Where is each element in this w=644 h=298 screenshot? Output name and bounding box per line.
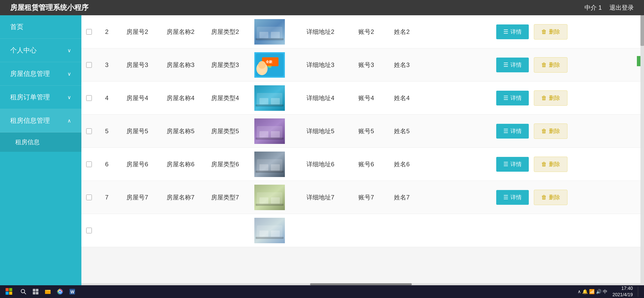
detail-label: 详情 bbox=[510, 28, 522, 36]
row-house-addr: 详细地址3 bbox=[292, 61, 348, 69]
sidebar-sub-item-rental-info[interactable]: 租房信息 bbox=[0, 132, 81, 152]
sidebar-item-home-label: 首页 bbox=[10, 22, 23, 31]
row-house-account: 账号7 bbox=[348, 193, 384, 201]
sidebar-item-house-mgmt[interactable]: 房屋信息管理 ∨ bbox=[0, 62, 81, 86]
detail-button[interactable]: ☰ 详情 bbox=[496, 157, 529, 172]
svg-rect-40 bbox=[9, 292, 12, 295]
svg-rect-31 bbox=[256, 204, 284, 206]
start-button[interactable] bbox=[3, 287, 16, 297]
svg-rect-21 bbox=[256, 138, 284, 140]
row-checkbox-col bbox=[81, 228, 97, 233]
detail-button[interactable]: ☰ 详情 bbox=[496, 24, 529, 39]
delete-button[interactable]: 🗑 删除 bbox=[534, 157, 567, 172]
sidebar-item-personal[interactable]: 个人中心 ∨ bbox=[0, 39, 81, 62]
row-index: 7 bbox=[97, 194, 117, 201]
detail-button[interactable]: ☰ 详情 bbox=[496, 124, 529, 139]
sidebar-item-rental-mgmt[interactable]: 租房信息管理 ∧ bbox=[0, 109, 81, 132]
sidebar-item-order-mgmt[interactable]: 租房订单管理 ∨ bbox=[0, 86, 81, 109]
delete-button[interactable]: 🗑 删除 bbox=[534, 24, 567, 39]
sidebar-item-personal-label: 个人中心 bbox=[10, 46, 37, 55]
row-checkbox[interactable] bbox=[86, 95, 92, 101]
svg-rect-19 bbox=[259, 131, 268, 138]
row-checkbox-col bbox=[81, 161, 97, 167]
row-house-type: 房屋类型3 bbox=[203, 61, 247, 69]
row-house-person: 姓名7 bbox=[384, 193, 420, 201]
logout-button[interactable]: 退出登录 bbox=[609, 4, 634, 12]
scrollbar-thumb[interactable] bbox=[640, 15, 644, 46]
row-checkbox[interactable] bbox=[86, 228, 92, 233]
svg-rect-15 bbox=[271, 98, 280, 104]
file-explorer-icon[interactable] bbox=[43, 287, 53, 297]
row-house-type: 房屋类型5 bbox=[203, 127, 247, 135]
word-icon[interactable]: W bbox=[67, 287, 77, 297]
row-house-name: 房屋名称7 bbox=[158, 193, 203, 201]
row-house-id: 房屋号5 bbox=[117, 127, 158, 135]
detail-button[interactable]: ☰ 详情 bbox=[496, 91, 529, 105]
row-index: 3 bbox=[97, 61, 117, 69]
detail-icon: ☰ bbox=[503, 128, 508, 134]
detail-icon: ☰ bbox=[503, 62, 508, 68]
svg-rect-46 bbox=[36, 292, 38, 294]
row-index: 5 bbox=[97, 128, 117, 135]
row-house-id: 房屋号3 bbox=[117, 61, 158, 69]
row-checkbox[interactable] bbox=[86, 195, 92, 200]
sidebar-item-order-mgmt-label: 租房订单管理 bbox=[10, 93, 50, 102]
table-row: 3 房屋号3 房屋名称3 房屋类型3 全款 爆大钱! 详细地址3 账号3 姓名3… bbox=[81, 48, 644, 82]
detail-label: 详情 bbox=[510, 127, 522, 135]
main-scrollbar[interactable] bbox=[640, 15, 644, 285]
detail-button[interactable]: ☰ 详情 bbox=[496, 190, 529, 205]
delete-label: 删除 bbox=[549, 94, 560, 102]
show-desktop-button[interactable] bbox=[638, 287, 641, 297]
detail-button[interactable]: ☰ 详情 bbox=[496, 58, 529, 72]
row-actions: ☰ 详情 🗑 删除 bbox=[420, 124, 644, 139]
sidebar-item-house-mgmt-label: 房屋信息管理 bbox=[10, 69, 50, 78]
row-checkbox[interactable] bbox=[86, 62, 92, 68]
detail-icon: ☰ bbox=[503, 161, 508, 168]
delete-button[interactable]: 🗑 删除 bbox=[534, 124, 567, 139]
row-house-person: 姓名3 bbox=[384, 61, 420, 69]
detail-icon: ☰ bbox=[503, 95, 508, 101]
svg-rect-38 bbox=[9, 288, 12, 291]
task-view-icon[interactable] bbox=[31, 287, 41, 297]
clock-date: 2021/4/19 bbox=[612, 292, 633, 298]
sidebar: 首页 个人中心 ∨ 房屋信息管理 ∨ 租房订单管理 ∨ 租房信息管理 ∧ 租房信… bbox=[0, 15, 81, 285]
table-row: 2 房屋号2 房屋名称2 房屋类型2 详细地址2 账号2 姓名2 bbox=[81, 15, 644, 48]
row-house-id: 房屋号6 bbox=[117, 160, 158, 168]
sidebar-item-home[interactable]: 首页 bbox=[0, 15, 81, 39]
delete-label: 删除 bbox=[549, 28, 560, 36]
svg-rect-35 bbox=[271, 231, 280, 237]
clock-time: 17:40 bbox=[612, 285, 633, 292]
row-checkbox[interactable] bbox=[86, 128, 92, 134]
svg-point-41 bbox=[21, 289, 25, 293]
svg-rect-30 bbox=[271, 197, 280, 204]
taskbar-app-icons: W bbox=[18, 287, 77, 297]
table-row: 7 房屋号7 房屋名称7 房屋类型7 详细地址7 账号7 姓名7 bbox=[81, 181, 644, 214]
search-taskbar-icon[interactable] bbox=[18, 287, 28, 297]
row-house-image bbox=[247, 19, 292, 45]
taskbar: W ∧ 🔔 📶 🔊 中 17:40 2021/4/19 bbox=[0, 285, 644, 298]
row-house-type: 房屋类型2 bbox=[203, 28, 247, 36]
row-index: 4 bbox=[97, 94, 117, 102]
delete-button[interactable]: 🗑 删除 bbox=[534, 90, 567, 106]
detail-label: 详情 bbox=[510, 61, 522, 69]
svg-rect-4 bbox=[256, 38, 284, 40]
trash-icon: 🗑 bbox=[541, 128, 547, 134]
svg-text:全款: 全款 bbox=[266, 60, 273, 64]
delete-button[interactable]: 🗑 删除 bbox=[534, 190, 567, 205]
system-clock: 17:40 2021/4/19 bbox=[612, 285, 633, 298]
svg-rect-37 bbox=[6, 288, 9, 291]
scrollbar-thumb-horizontal[interactable] bbox=[310, 283, 412, 285]
system-tray: ∧ 🔔 📶 🔊 中 bbox=[578, 289, 607, 295]
row-house-addr: 详细地址2 bbox=[292, 28, 348, 36]
row-checkbox[interactable] bbox=[86, 29, 92, 35]
table-row-partial bbox=[81, 214, 644, 247]
chrome-icon[interactable] bbox=[55, 287, 65, 297]
row-house-account: 账号2 bbox=[348, 28, 384, 36]
svg-rect-24 bbox=[259, 164, 268, 171]
row-checkbox[interactable] bbox=[86, 161, 92, 167]
table-row: 6 房屋号6 房屋名称6 房屋类型6 详细地址6 账号6 姓名6 bbox=[81, 148, 644, 181]
delete-button[interactable]: 🗑 删除 bbox=[534, 57, 567, 73]
delete-label: 删除 bbox=[549, 127, 560, 135]
horizontal-scrollbar[interactable] bbox=[81, 283, 640, 285]
svg-rect-20 bbox=[271, 131, 280, 138]
